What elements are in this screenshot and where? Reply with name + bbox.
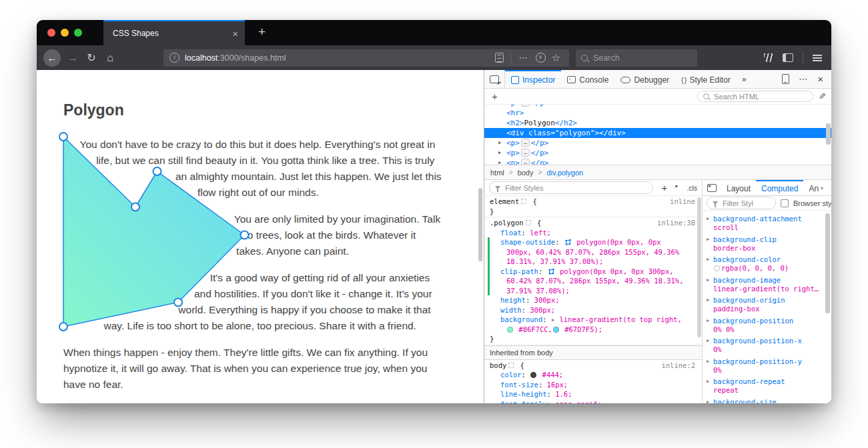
- url-bar[interactable]: i localhost:3000/shapes.html ⋯ ∨ ☆: [163, 49, 569, 67]
- expand-sidebar-icon[interactable]: [707, 184, 717, 192]
- twisty-icon[interactable]: ▶: [707, 216, 709, 221]
- devtools-tab-style-editor[interactable]: { } Style Editor: [675, 70, 737, 88]
- sidebar-tab-animations[interactable]: An ▾: [803, 180, 829, 195]
- responsive-design-icon[interactable]: [782, 74, 789, 84]
- css-rule-line[interactable]: }: [484, 207, 702, 217]
- css-rule-line[interactable]: element {inline: [484, 197, 702, 207]
- breadcrumb-item[interactable]: div.polygon: [546, 169, 583, 177]
- toggle-classes-button[interactable]: .cls: [687, 184, 697, 192]
- selector-target-icon[interactable]: [521, 199, 526, 204]
- css-rule-line[interactable]: 60.42% 87.07%, 286px 155px, 49.36% 18.31…: [484, 276, 702, 286]
- inline-text-badge[interactable]: …: [521, 105, 530, 107]
- sidebar-tab-computed[interactable]: Computed: [756, 180, 803, 195]
- search-html-box[interactable]: [697, 91, 813, 102]
- shape-editor-icon[interactable]: [547, 267, 556, 275]
- computed-scrollbar-thumb[interactable]: [825, 213, 830, 313]
- markup-row[interactable]: ▶<p>…</p>: [484, 148, 831, 158]
- twisty-icon[interactable]: ▶: [707, 318, 709, 323]
- css-rule-line[interactable]: clip-path: polygon(0px 0px, 0px 300px,: [484, 267, 702, 277]
- twisty-icon[interactable]: ▶: [498, 148, 501, 158]
- twisty-icon[interactable]: ▶: [707, 399, 709, 404]
- css-rule-line[interactable]: #86F7CC, #67D7F5);: [484, 325, 702, 335]
- css-rule-line[interactable]: font-family: sans-serif;: [484, 399, 702, 404]
- color-swatch[interactable]: [530, 372, 536, 378]
- markup-row[interactable]: <h2>Polygon</h2>: [484, 118, 831, 128]
- css-rule-line[interactable]: font-size: 16px;: [484, 380, 702, 390]
- url-text[interactable]: localhost:3000/shapes.html: [185, 53, 491, 63]
- polygon-shape-region[interactable]: [63, 137, 245, 327]
- minimize-window-button[interactable]: [61, 29, 69, 37]
- zoom-window-button[interactable]: [74, 29, 82, 37]
- css-rule-line[interactable]: body {inline:2: [484, 361, 702, 371]
- markup-row[interactable]: <hr>: [484, 108, 831, 118]
- twisty-icon[interactable]: ▶: [498, 158, 501, 165]
- back-button[interactable]: ←: [43, 49, 61, 67]
- bookmark-star-icon[interactable]: ☆: [549, 52, 563, 64]
- twisty-icon[interactable]: ▶: [707, 379, 709, 384]
- markup-row[interactable]: <div class="polygon"></div>: [484, 128, 831, 138]
- css-rule-line[interactable]: }: [484, 334, 702, 344]
- twisty-icon[interactable]: ▶: [707, 257, 709, 262]
- css-rule-line[interactable]: height: 300px;: [484, 295, 702, 305]
- shape-editor-icon[interactable]: [564, 238, 572, 246]
- selector-target-icon[interactable]: [526, 220, 531, 225]
- tab-close-icon[interactable]: ×: [232, 29, 238, 39]
- pick-element-button[interactable]: [484, 70, 505, 88]
- page-scrollbar-thumb[interactable]: [478, 188, 482, 261]
- home-button[interactable]: ⌂: [101, 52, 119, 64]
- close-window-button[interactable]: [47, 29, 55, 37]
- twisty-icon[interactable]: ▶: [498, 138, 501, 148]
- site-info-icon[interactable]: i: [169, 53, 179, 63]
- computed-property[interactable]: ▶background-repeatrepeat: [703, 376, 831, 397]
- pseudo-class-panel-icon[interactable]: [675, 185, 681, 191]
- computed-property[interactable]: ▶background-attachmentscroll: [703, 213, 831, 234]
- twisty-icon[interactable]: ▶: [707, 277, 709, 283]
- markup-scrollbar-thumb[interactable]: [826, 123, 831, 145]
- rules-scrollbar-thumb[interactable]: [697, 197, 701, 337]
- css-rule-line[interactable]: line-height: 1.6;: [484, 389, 702, 399]
- color-swatch[interactable]: [507, 327, 513, 333]
- computed-property[interactable]: ▶background-position-x0%: [703, 335, 831, 356]
- css-rule-line[interactable]: background: ▶ linear-gradient(to top rig…: [484, 315, 702, 325]
- computed-property[interactable]: ▶background-position-y0%: [703, 356, 831, 377]
- devtools-menu-icon[interactable]: ⋯: [799, 74, 808, 84]
- pocket-icon[interactable]: ∨: [536, 53, 546, 63]
- computed-filter-input[interactable]: [721, 199, 770, 208]
- reader-mode-icon[interactable]: [495, 53, 504, 63]
- breadcrumb-item[interactable]: html: [490, 169, 504, 177]
- inline-text-badge[interactable]: …: [521, 149, 530, 157]
- devtools-close-icon[interactable]: ×: [817, 73, 823, 85]
- sidebar-tab-layout[interactable]: Layout: [721, 180, 756, 195]
- css-rule-line[interactable]: 18.31%, 37.91% 37.08%);: [484, 257, 702, 267]
- twisty-icon[interactable]: ▶: [707, 359, 709, 364]
- twisty-icon[interactable]: ▶: [707, 338, 709, 343]
- edit-html-icon[interactable]: ✎: [819, 91, 826, 101]
- reload-button[interactable]: ↻: [82, 51, 101, 64]
- search-html-input[interactable]: [713, 92, 807, 101]
- forward-button[interactable]: →: [63, 52, 82, 64]
- markup-row[interactable]: ▶<p>…</p>: [484, 138, 831, 148]
- css-rule-line[interactable]: float: left;: [484, 228, 702, 238]
- computed-property[interactable]: ▶background-colorrgba(0, 0, 0, 0): [703, 254, 831, 275]
- css-rule-line[interactable]: width: 300px;: [484, 305, 702, 315]
- add-rule-button[interactable]: +: [659, 183, 669, 193]
- color-swatch[interactable]: [553, 327, 559, 333]
- library-icon[interactable]: [764, 53, 773, 62]
- filter-styles-input[interactable]: [504, 183, 647, 193]
- inline-text-badge[interactable]: …: [521, 159, 530, 165]
- devtools-tab-console[interactable]: › Console: [561, 70, 614, 88]
- sidebar-toggle-icon[interactable]: [783, 53, 793, 62]
- css-rule-line[interactable]: shape-outside: polygon(0px 0px, 0px: [484, 237, 702, 247]
- computed-filter-box[interactable]: [707, 197, 776, 209]
- css-rule-line[interactable]: 300px, 60.42% 87.07%, 286px 155px, 49.36…: [484, 247, 702, 257]
- computed-property[interactable]: ▶background-clipborder-box: [703, 234, 831, 255]
- new-tab-button[interactable]: +: [253, 25, 271, 39]
- computed-property[interactable]: ▶background-imagelinear-gradient(to righ…: [703, 275, 831, 295]
- computed-property[interactable]: ▶background-position0% 0%: [703, 315, 831, 336]
- twisty-icon[interactable]: ▶: [707, 237, 709, 242]
- expand-value-icon[interactable]: ▶: [552, 317, 554, 323]
- css-rule-line[interactable]: 37.91% 37.08%);: [484, 286, 702, 296]
- browser-tab[interactable]: CSS Shapes ×: [103, 20, 245, 45]
- page-actions-icon[interactable]: ⋯: [515, 53, 532, 63]
- breadcrumb-item[interactable]: body: [518, 169, 534, 177]
